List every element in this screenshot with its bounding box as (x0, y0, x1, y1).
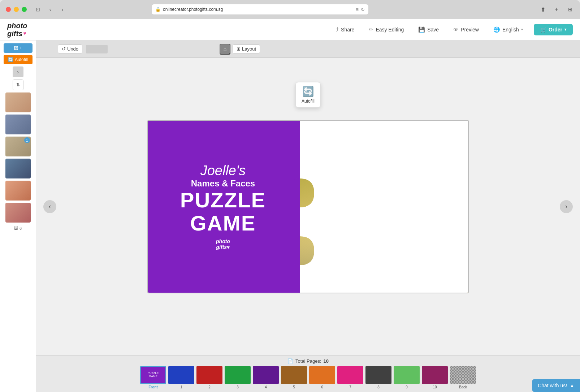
add-label: + (20, 46, 22, 51)
badge-3: 1 (24, 137, 30, 143)
page-thumb-5[interactable]: 5 (281, 366, 307, 389)
puzzle-text-overlay: Joelle's Names & Faces PUZZLE GAME photo… (148, 121, 298, 293)
next-page-button[interactable]: › (560, 200, 573, 213)
photo-count: 🖼 6 (14, 226, 22, 231)
page-thumb-6[interactable]: 6 (309, 366, 335, 389)
autofill-popup-icon: 🔄 (302, 86, 314, 97)
home-button[interactable]: ⌂ (220, 44, 230, 55)
sort-button[interactable]: ⇅ (13, 79, 23, 90)
undo-arrow-icon: ↺ (62, 46, 66, 52)
main-panel: 🔄 Autofill ↺ Undo ⌂ ⊞ Layout (36, 40, 580, 392)
chat-label: Chat with us! (538, 383, 567, 388)
page-thumb-5-label: 5 (293, 385, 295, 389)
page-thumb-2-img (196, 366, 222, 384)
photo-thumb-3[interactable]: 1 (5, 137, 31, 156)
cart-icon: 🛒 (540, 27, 546, 33)
canvas-logo-text: photo gifts♥ (216, 238, 230, 250)
photo-thumb-2[interactable] (5, 115, 31, 134)
share-window-icon[interactable]: ⬆ (539, 5, 547, 13)
save-label: Save (427, 27, 439, 33)
order-chevron-icon: ▾ (564, 27, 566, 31)
photo-thumb-1[interactable] (5, 92, 31, 112)
page-thumb-1[interactable]: 1 (168, 366, 194, 389)
copy-button[interactable]: ⧉ (452, 125, 464, 137)
content-area: 🖼 + 🔄 Autofill › ⇅ 1 🖼 6 (0, 40, 580, 392)
total-pages: 📄 Total Pages: 10 (287, 358, 329, 364)
page-thumb-7-img (337, 366, 363, 384)
page-thumb-back-img (450, 366, 476, 384)
logo-gifts: gifts (7, 30, 22, 38)
page-thumb-10-img (422, 366, 448, 384)
canvas-frame: Joelle's Names & Faces PUZZLE GAME photo… (147, 120, 469, 293)
security-icon: 🔒 (155, 7, 161, 12)
close-button[interactable] (6, 7, 11, 12)
maximize-button[interactable] (22, 7, 27, 12)
page-thumb-3[interactable]: 3 (225, 366, 251, 389)
forward-icon[interactable]: › (59, 5, 66, 13)
chat-chevron-icon: ▲ (570, 383, 574, 388)
language-button[interactable]: 🌐 English ▾ (490, 24, 527, 35)
window-chrome: ⊡ ‹ › 🔒 onlinecreator.photogifts.com.sg … (0, 0, 580, 19)
canvas-logo: photo gifts♥ (216, 238, 230, 250)
sidebar-expand-button[interactable]: › (13, 66, 23, 77)
page-thumb-4[interactable]: 4 (253, 366, 279, 389)
page-thumb-8[interactable]: 8 (365, 366, 391, 389)
order-button[interactable]: 🛒 Order ▾ (534, 24, 573, 35)
new-tab-icon[interactable]: + (553, 5, 560, 13)
nav-actions: ⤴ Share ✏ Easy Editing 💾 Save 👁 Preview … (332, 24, 573, 35)
preview-button[interactable]: 👁 Preview (450, 24, 482, 35)
top-nav: photo gifts ♥ ⤴ Share ✏ Easy Editing 💾 S… (0, 19, 580, 40)
reload-icon[interactable]: ↻ (361, 7, 365, 12)
photo-thumb-5[interactable] (5, 181, 31, 201)
reader-icon: ⊞ (355, 7, 359, 12)
window-actions: ⬆ + ⊞ (539, 5, 574, 13)
photo-thumb-6[interactable] (5, 203, 31, 223)
add-photo-button[interactable]: 🖼 + (4, 43, 33, 53)
page-thumb-back[interactable]: Back (450, 366, 476, 389)
layout-button[interactable]: ⊞ Layout (233, 44, 260, 53)
page-thumb-9[interactable]: 9 (394, 366, 420, 389)
address-bar[interactable]: 🔒 onlinecreator.photogifts.com.sg ⊞ ↻ (152, 4, 368, 14)
undo-extra (86, 45, 108, 53)
share-button[interactable]: ⤴ Share (332, 24, 358, 35)
page-thumb-4-label: 4 (265, 385, 267, 389)
page-thumb-8-img (365, 366, 391, 384)
easy-editing-button[interactable]: ✏ Easy Editing (365, 24, 407, 35)
grid-icon[interactable]: ⊞ (566, 5, 574, 13)
preview-label: Preview (461, 27, 479, 33)
page-thumb-8-label: 8 (377, 385, 380, 389)
chat-widget[interactable]: Chat with us! ▲ (532, 379, 580, 392)
layout-label: Layout (242, 46, 256, 52)
page-thumb-front-img: PUZZLEGAME (140, 366, 166, 384)
puzzle-title-text: Joelle's (180, 163, 266, 178)
page-thumb-9-label: 9 (406, 385, 408, 389)
page-thumb-7-label: 7 (349, 385, 351, 389)
photo-count-icon: 🖼 (14, 226, 18, 231)
order-label: Order (549, 27, 562, 33)
prev-page-button[interactable]: ‹ (43, 200, 56, 213)
photo-right (291, 121, 468, 293)
back-icon[interactable]: ‹ (46, 5, 54, 13)
save-button[interactable]: 💾 Save (415, 24, 442, 35)
sort-arrows-icon: ⇅ (16, 82, 20, 87)
puzzle-game-line1-text: PUZZLE (180, 189, 266, 212)
page-thumb-10[interactable]: 10 (422, 366, 448, 389)
page-thumb-7[interactable]: 7 (337, 366, 363, 389)
page-thumb-front-label: Front (148, 385, 158, 389)
left-sidebar: 🖼 + 🔄 Autofill › ⇅ 1 🖼 6 (0, 40, 36, 392)
page-thumb-front[interactable]: PUZZLEGAME Front (140, 366, 166, 389)
autofill-popup-label: Autofill (302, 99, 315, 104)
page-thumb-1-img (168, 366, 194, 384)
page-thumb-2[interactable]: 2 (196, 366, 222, 389)
page-thumb-3-img (225, 366, 251, 384)
autofill-button[interactable]: 🔄 Autofill (4, 55, 33, 64)
home-icon: ⌂ (224, 46, 226, 52)
photo-thumb-4[interactable] (5, 159, 31, 178)
minimize-button[interactable] (14, 7, 19, 12)
lang-chevron-icon: ▾ (521, 27, 523, 31)
undo-button[interactable]: ↺ Undo (58, 44, 82, 53)
page-thumb-5-img (281, 366, 307, 384)
preview-eye-icon: 👁 (453, 26, 459, 33)
sidebar-toggle-icon[interactable]: ⊡ (34, 5, 42, 13)
zoom-button[interactable]: 🔍 (452, 277, 464, 288)
